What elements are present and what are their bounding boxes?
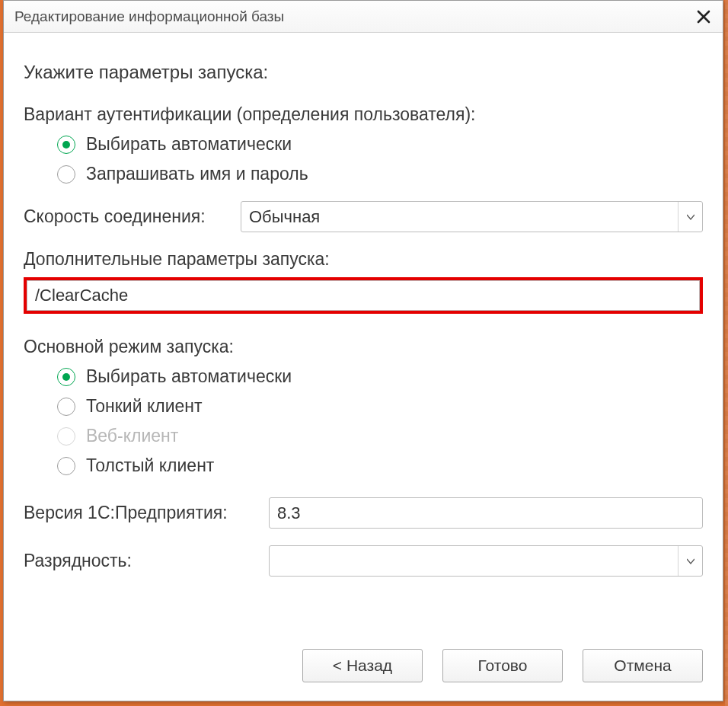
label-run-mode: Основной режим запуска: xyxy=(24,337,703,357)
footer: < Назад Готово Отмена xyxy=(4,634,723,701)
radio-runmode-thin[interactable]: Тонкий клиент xyxy=(57,396,703,417)
dialog-title: Редактирование информационной базы xyxy=(14,8,692,25)
combo-dropdown-button[interactable] xyxy=(678,546,702,576)
radio-label: Тонкий клиент xyxy=(86,396,203,417)
runmode-radio-group: Выбирать автоматически Тонкий клиент Веб… xyxy=(57,366,703,476)
radio-icon xyxy=(57,165,75,184)
titlebar: Редактирование информационной базы xyxy=(4,1,723,33)
label-auth-variant: Вариант аутентификации (определения поль… xyxy=(24,104,703,125)
highlight-extra-params xyxy=(24,277,703,314)
row-version: Версия 1С:Предприятия: xyxy=(24,497,703,529)
combo-value xyxy=(270,546,678,576)
close-icon xyxy=(697,10,710,24)
radio-icon xyxy=(57,427,75,446)
radio-label: Веб-клиент xyxy=(86,426,178,446)
combo-dropdown-button[interactable] xyxy=(678,202,702,232)
label-extra-params: Дополнительные параметры запуска: xyxy=(24,249,703,270)
radio-auth-ask[interactable]: Запрашивать имя и пароль xyxy=(57,164,703,184)
heading-launch-params: Укажите параметры запуска: xyxy=(24,62,703,83)
dialog: Редактирование информационной базы Укажи… xyxy=(3,0,723,701)
chevron-down-icon xyxy=(687,214,694,220)
input-version[interactable] xyxy=(269,497,703,529)
radio-label: Запрашивать имя и пароль xyxy=(86,164,308,184)
dialog-body: Укажите параметры запуска: Вариант аутен… xyxy=(4,33,723,634)
cancel-button[interactable]: Отмена xyxy=(583,649,703,682)
radio-label: Толстый клиент xyxy=(86,455,214,476)
auth-radio-group: Выбирать автоматически Запрашивать имя и… xyxy=(57,134,703,184)
radio-runmode-web: Веб-клиент xyxy=(57,426,703,446)
radio-icon xyxy=(57,136,75,154)
done-button[interactable]: Готово xyxy=(442,649,563,682)
radio-icon xyxy=(57,457,75,475)
row-bitness: Разрядность: xyxy=(24,545,703,577)
radio-label: Выбирать автоматически xyxy=(86,366,292,387)
radio-runmode-auto[interactable]: Выбирать автоматически xyxy=(57,366,703,387)
radio-runmode-thick[interactable]: Толстый клиент xyxy=(57,455,703,476)
combo-value: Обычная xyxy=(241,202,678,232)
label-bitness: Разрядность: xyxy=(24,551,269,571)
combo-bitness[interactable] xyxy=(269,545,703,577)
label-connection-speed: Скорость соединения: xyxy=(24,206,241,227)
chevron-down-icon xyxy=(687,558,694,564)
radio-icon xyxy=(57,398,75,416)
close-button[interactable] xyxy=(692,5,715,28)
input-extra-params[interactable] xyxy=(27,280,700,311)
right-edge-decoration xyxy=(725,0,728,706)
button-label: < Назад xyxy=(333,656,392,675)
radio-label: Выбирать автоматически xyxy=(86,134,292,155)
combo-connection-speed[interactable]: Обычная xyxy=(241,201,703,232)
button-label: Отмена xyxy=(614,656,671,675)
button-label: Готово xyxy=(478,656,528,675)
radio-auth-auto[interactable]: Выбирать автоматически xyxy=(57,134,703,155)
row-connection-speed: Скорость соединения: Обычная xyxy=(24,201,703,232)
back-button[interactable]: < Назад xyxy=(302,649,423,682)
label-version: Версия 1С:Предприятия: xyxy=(24,503,269,523)
radio-icon xyxy=(57,368,75,386)
